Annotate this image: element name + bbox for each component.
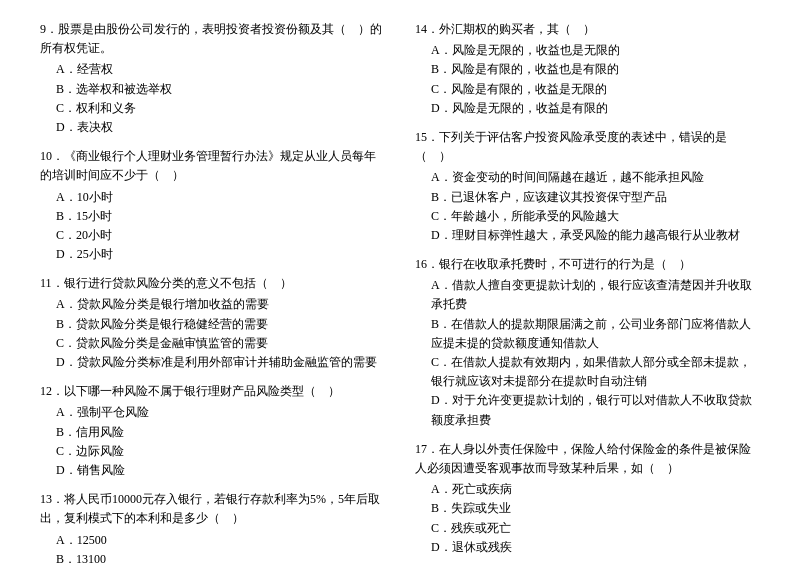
q9-option-c: C．权利和义务 [40, 99, 385, 118]
q16-option-d: D．对于允许变更提款计划的，银行可以对借款人不收取贷款额度承担费 [415, 391, 760, 429]
q15-option-d: D．理财目标弹性越大，承受风险的能力越高银行从业教材 [415, 226, 760, 245]
q14-text: 14．外汇期权的购买者，其（ ） [415, 20, 760, 39]
q10-option-c: C．20小时 [40, 226, 385, 245]
q16-option-c: C．在借款人提款有效期内，如果借款人部分或全部未提款，银行就应该对未提部分在提款… [415, 353, 760, 391]
question-11: 11．银行进行贷款风险分类的意义不包括（ ） A．贷款风险分类是银行增加收益的需… [40, 274, 385, 372]
q9-option-d: D．表决权 [40, 118, 385, 137]
q14-option-c: C．风险是有限的，收益是无限的 [415, 80, 760, 99]
q15-option-c: C．年龄越小，所能承受的风险越大 [415, 207, 760, 226]
q14-option-d: D．风险是无限的，收益是有限的 [415, 99, 760, 118]
q10-option-d: D．25小时 [40, 245, 385, 264]
question-9: 9．股票是由股份公司发行的，表明投资者投资份额及其（ ）的所有权凭证。 A．经营… [40, 20, 385, 137]
q12-text: 12．以下哪一种风险不属于银行理财产品风险类型（ ） [40, 382, 385, 401]
right-column: 14．外汇期权的购买者，其（ ） A．风险是无限的，收益也是无限的 B．风险是有… [415, 20, 760, 565]
q17-option-c: C．残疾或死亡 [415, 519, 760, 538]
q11-option-b: B．贷款风险分类是银行稳健经营的需要 [40, 315, 385, 334]
q10-option-a: A．10小时 [40, 188, 385, 207]
q9-option-b: B．选举权和被选举权 [40, 80, 385, 99]
q17-option-d: D．退休或残疾 [415, 538, 760, 557]
q16-option-b: B．在借款人的提款期限届满之前，公司业务部门应将借款人应提未提的贷款额度通知借款… [415, 315, 760, 353]
question-17: 17．在人身以外责任保险中，保险人给付保险金的条件是被保险人必须因遭受客观事故而… [415, 440, 760, 557]
q17-option-a: A．死亡或疾病 [415, 480, 760, 499]
question-14: 14．外汇期权的购买者，其（ ） A．风险是无限的，收益也是无限的 B．风险是有… [415, 20, 760, 118]
q14-option-b: B．风险是有限的，收益也是有限的 [415, 60, 760, 79]
q12-option-b: B．信用风险 [40, 423, 385, 442]
q13-option-b: B．13100 [40, 550, 385, 565]
page-content: 9．股票是由股份公司发行的，表明投资者投资份额及其（ ）的所有权凭证。 A．经营… [40, 20, 760, 565]
question-16: 16．银行在收取承托费时，不可进行的行为是（ ） A．借款人擅自变更提款计划的，… [415, 255, 760, 430]
q10-option-b: B．15小时 [40, 207, 385, 226]
q10-text: 10．《商业银行个人理财业务管理暂行办法》规定从业人员每年的培训时间应不少于（ … [40, 147, 385, 185]
question-10: 10．《商业银行个人理财业务管理暂行办法》规定从业人员每年的培训时间应不少于（ … [40, 147, 385, 264]
q12-option-a: A．强制平仓风险 [40, 403, 385, 422]
question-13: 13．将人民币10000元存入银行，若银行存款利率为5%，5年后取出，复利模式下… [40, 490, 385, 565]
q16-option-a: A．借款人擅自变更提款计划的，银行应该查清楚因并升收取承托费 [415, 276, 760, 314]
q11-option-a: A．贷款风险分类是银行增加收益的需要 [40, 295, 385, 314]
question-12: 12．以下哪一种风险不属于银行理财产品风险类型（ ） A．强制平仓风险 B．信用… [40, 382, 385, 480]
left-column: 9．股票是由股份公司发行的，表明投资者投资份额及其（ ）的所有权凭证。 A．经营… [40, 20, 385, 565]
q11-option-d: D．贷款风险分类标准是利用外部审计并辅助金融监管的需要 [40, 353, 385, 372]
q15-text: 15．下列关于评估客户投资风险承受度的表述中，错误的是（ ） [415, 128, 760, 166]
q15-option-b: B．已退休客户，应该建议其投资保守型产品 [415, 188, 760, 207]
q9-text: 9．股票是由股份公司发行的，表明投资者投资份额及其（ ）的所有权凭证。 [40, 20, 385, 58]
q12-option-d: D．销售风险 [40, 461, 385, 480]
question-15: 15．下列关于评估客户投资风险承受度的表述中，错误的是（ ） A．资金变动的时间… [415, 128, 760, 245]
q13-option-a: A．12500 [40, 531, 385, 550]
q13-text: 13．将人民币10000元存入银行，若银行存款利率为5%，5年后取出，复利模式下… [40, 490, 385, 528]
q15-option-a: A．资金变动的时间间隔越在越近，越不能承担风险 [415, 168, 760, 187]
q17-option-b: B．失踪或失业 [415, 499, 760, 518]
q12-option-c: C．边际风险 [40, 442, 385, 461]
q14-option-a: A．风险是无限的，收益也是无限的 [415, 41, 760, 60]
q11-text: 11．银行进行贷款风险分类的意义不包括（ ） [40, 274, 385, 293]
q9-option-a: A．经营权 [40, 60, 385, 79]
q11-option-c: C．贷款风险分类是金融审慎监管的需要 [40, 334, 385, 353]
q16-text: 16．银行在收取承托费时，不可进行的行为是（ ） [415, 255, 760, 274]
q17-text: 17．在人身以外责任保险中，保险人给付保险金的条件是被保险人必须因遭受客观事故而… [415, 440, 760, 478]
